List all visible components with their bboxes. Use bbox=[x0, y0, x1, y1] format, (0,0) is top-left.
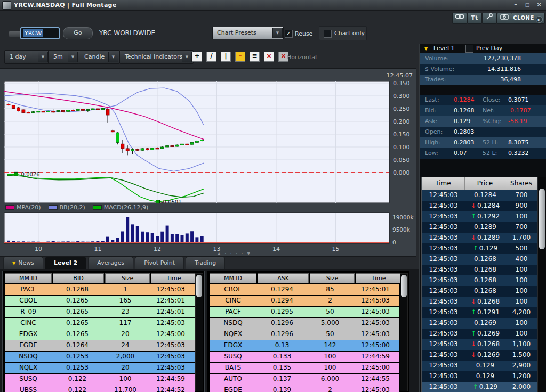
splitter-nav-dots[interactable]: ▲ · · · · ▼ bbox=[218, 251, 252, 256]
scrollbar-thumb[interactable] bbox=[196, 275, 202, 297]
bid-row-pacf[interactable]: PACF0.1268112:45:03 bbox=[5, 284, 195, 296]
volume-bar bbox=[46, 242, 50, 242]
time-sales-row[interactable]: 12:45:030.1269100 bbox=[422, 318, 539, 329]
price-volume-chart[interactable]: -0.0026-0.050112:45:070.3500.3000.2500.2… bbox=[0, 69, 416, 256]
time-sales-row[interactable]: 12:45:030.1268400 bbox=[422, 254, 539, 265]
quote-value: 8.3075 bbox=[508, 137, 529, 148]
collapse-arrow-icon[interactable]: ▼ bbox=[424, 46, 428, 51]
ask-row-nqex[interactable]: NQEX0.12965012:45:03 bbox=[210, 329, 399, 340]
bid-row-edgx[interactable]: EDGX0.12652012:45:00 bbox=[5, 329, 195, 340]
column-header-ask[interactable]: ASK bbox=[258, 273, 309, 283]
clone-button[interactable]: CLONE▶ bbox=[511, 13, 545, 24]
chart-presets-dropdown[interactable]: Chart Presets ▼ bbox=[212, 27, 284, 39]
link-icon[interactable] bbox=[452, 13, 467, 24]
bid-row-cinc[interactable]: CINC0.126511712:45:03 bbox=[5, 318, 195, 329]
horizontal-line-tool-icon[interactable]: – bbox=[235, 52, 245, 62]
ask-row-bats[interactable]: BATS0.13510012:45:00 bbox=[210, 363, 399, 374]
time-sales-row[interactable]: 12:45:030.1268100 bbox=[422, 275, 539, 286]
range-dropdown[interactable]: 1 day▼ bbox=[4, 50, 50, 64]
ask-row-egde[interactable]: EGDE0.139212:45:03 bbox=[210, 385, 399, 392]
column-header-price[interactable]: Price bbox=[465, 177, 505, 190]
trade-price: ↓0.1284 bbox=[465, 201, 505, 211]
ask-row-susq[interactable]: SUSQ0.13310012:44:59 bbox=[210, 352, 399, 363]
time-sales-row[interactable]: 12:45:030.1291,200 bbox=[422, 371, 539, 382]
restore-button[interactable]: □ bbox=[523, 2, 532, 9]
size: 100 bbox=[308, 363, 352, 373]
column-header-bid[interactable]: BID bbox=[53, 273, 104, 283]
ask-row-nsdq[interactable]: NSDQ0.12965,00012:45:03 bbox=[210, 318, 399, 329]
price-tick-label: 0.250 bbox=[393, 105, 410, 112]
volume-bar bbox=[126, 217, 129, 242]
column-header-time[interactable]: Time bbox=[422, 177, 465, 190]
vertical-line-tool-icon[interactable]: | bbox=[221, 52, 231, 62]
trendline-tool-icon[interactable]: / bbox=[206, 52, 216, 62]
tab-pivot-point[interactable]: Pivot Point bbox=[135, 257, 184, 269]
bid-row-nsdq[interactable]: NSDQ0.12532,00012:45:03 bbox=[5, 352, 195, 363]
column-header-mm-id[interactable]: MM ID bbox=[5, 273, 52, 283]
time-sales-row[interactable]: 12:45:030.1284700 bbox=[422, 190, 539, 201]
tab-trading[interactable]: Trading bbox=[186, 257, 225, 269]
close-button[interactable]: × bbox=[534, 2, 544, 9]
tab-averages[interactable]: Averages bbox=[88, 257, 133, 269]
delete-drawing-tool-icon[interactable]: × bbox=[264, 52, 274, 62]
interval-dropdown[interactable]: 5m▼ bbox=[48, 50, 79, 64]
trade-shares: 1,100 bbox=[505, 339, 537, 350]
chart-style-dropdown[interactable]: Candle▼ bbox=[79, 50, 120, 64]
scrollbar-thumb[interactable] bbox=[401, 275, 407, 297]
go-button[interactable]: Go bbox=[63, 27, 93, 39]
trade-time: 12:45:03 bbox=[422, 286, 465, 297]
reuse-checkbox[interactable]: ✓ bbox=[285, 30, 293, 38]
scrollbar-thumb[interactable] bbox=[539, 189, 545, 249]
bid-row-r-09[interactable]: R_090.12652312:45:01 bbox=[5, 307, 195, 318]
column-header-time[interactable]: Time bbox=[151, 273, 197, 283]
bid-row-nqex[interactable]: NQEX0.12532012:45:03 bbox=[5, 363, 195, 374]
tab-level-2[interactable]: Level 2 bbox=[45, 257, 86, 269]
time-sales-row[interactable]: 12:45:030.1268100 bbox=[422, 265, 539, 275]
lines-list-tool-icon[interactable]: ≡ bbox=[250, 52, 260, 62]
column-header-size[interactable]: Size bbox=[105, 273, 150, 283]
time-sales-row[interactable]: 12:45:03↓0.12681,100 bbox=[422, 339, 539, 350]
bid-scrollbar[interactable] bbox=[195, 273, 203, 391]
column-header-size[interactable]: Size bbox=[310, 273, 355, 283]
prev-day-checkbox[interactable] bbox=[465, 45, 473, 53]
chart-presets-label: Chart Presets bbox=[217, 29, 256, 36]
ask-row-edgx[interactable]: EDGX0.1314212:45:00 bbox=[210, 340, 399, 352]
bid-row-susq[interactable]: SUSQ0.12210012:44:59 bbox=[5, 374, 195, 385]
volume-tick-label: 19000k bbox=[392, 214, 414, 220]
time-sales-row[interactable]: 12:45:03↑0.1269100 bbox=[422, 329, 539, 339]
trade-time: 12:45:03 bbox=[422, 382, 465, 392]
time-sales-row[interactable]: 12:45:03↓0.12891,700 bbox=[422, 233, 539, 243]
column-header-shares[interactable]: Shares bbox=[505, 177, 537, 190]
ask-scrollbar[interactable] bbox=[400, 273, 408, 391]
technical-indicators-dropdown[interactable]: Technical Indicators▼ bbox=[119, 50, 194, 64]
bid-row-ubss[interactable]: UBSS0.12211,70012:44:52 bbox=[5, 385, 195, 392]
column-header-time[interactable]: Time bbox=[356, 273, 402, 283]
time-sales-row[interactable]: 12:45:03↑0.1292100 bbox=[422, 211, 539, 222]
chart-only-checkbox[interactable] bbox=[324, 30, 332, 38]
time-sales-scrollbar[interactable] bbox=[537, 177, 546, 392]
crosshair-tool-icon[interactable]: + bbox=[192, 52, 202, 62]
time-sales-row[interactable]: 12:45:030.1268100 bbox=[422, 286, 539, 297]
column-header-mm-id[interactable]: MM ID bbox=[210, 273, 256, 283]
time-sales-row[interactable]: 12:45:030.1292,900 bbox=[422, 361, 539, 371]
snapshot-camera-icon[interactable] bbox=[497, 13, 512, 24]
font-icon[interactable]: Tt bbox=[467, 13, 482, 24]
ask-row-pacf[interactable]: PACF0.12955012:45:03 bbox=[210, 307, 399, 318]
ask-row-auto[interactable]: AUTO0.1376,00012:44:55 bbox=[210, 374, 399, 385]
bid-row-egde[interactable]: EGDE0.12642412:45:03 bbox=[5, 340, 195, 352]
ask-row-cboe[interactable]: CBOE0.12948512:45:01 bbox=[210, 284, 399, 296]
bid-row-cboe[interactable]: CBOE0.126516512:45:01 bbox=[5, 296, 195, 307]
tab-news[interactable]: ▼News bbox=[3, 257, 43, 269]
symbol-input[interactable]: YRCW bbox=[20, 27, 60, 39]
time-sales-row[interactable]: 12:45:03↑0.129500 bbox=[422, 243, 539, 254]
tools-icon[interactable] bbox=[482, 13, 497, 24]
time-sales-row[interactable]: 12:45:03↓0.1284900 bbox=[422, 201, 539, 211]
time-sales-row[interactable]: 12:45:03↓0.1268100 bbox=[422, 297, 539, 307]
quote-value: 0.2803 bbox=[454, 137, 475, 148]
minimize-button[interactable]: – bbox=[511, 2, 520, 9]
time-sales-row[interactable]: 12:45:030.1289700 bbox=[422, 222, 539, 233]
time-sales-row[interactable]: 12:45:03↑0.1292,000 bbox=[422, 382, 539, 392]
ask-row-cinc[interactable]: CINC0.1294212:45:03 bbox=[210, 296, 399, 307]
time-sales-row[interactable]: 12:45:03↑0.12914,200 bbox=[422, 307, 539, 318]
time-sales-row[interactable]: 12:45:03↓0.12691,500 bbox=[422, 350, 539, 361]
